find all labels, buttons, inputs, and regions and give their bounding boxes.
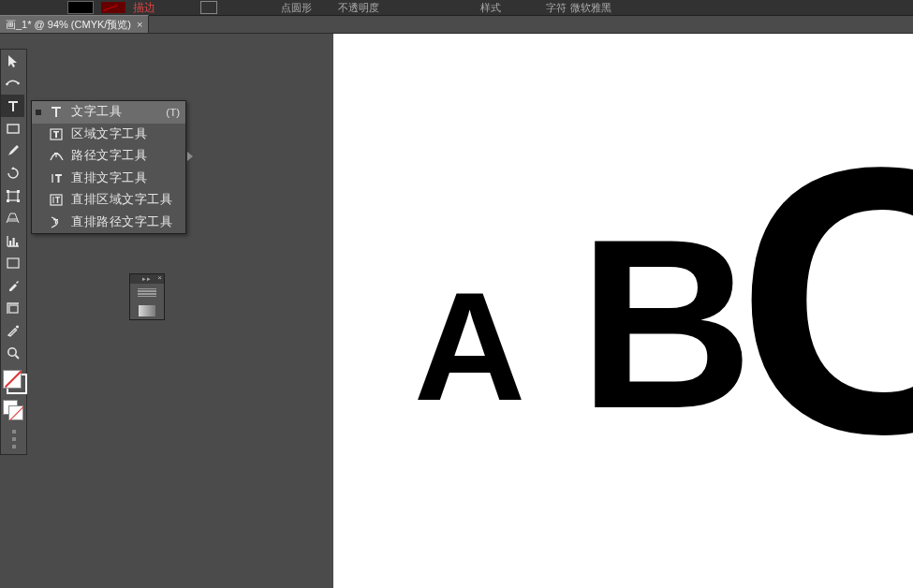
svg-point-14 [7,348,15,356]
vertical-type-icon [49,172,64,184]
svg-rect-2 [7,125,19,133]
rotate-tool[interactable] [1,162,24,184]
opacity-seg[interactable]: 不透明度 [338,1,379,15]
svg-rect-11 [7,258,19,268]
opacity-label: 不透明度 [338,1,379,15]
color-swap-mini[interactable] [1,400,24,424]
svg-rect-7 [17,199,20,202]
svg-rect-6 [7,199,9,202]
svg-rect-4 [7,190,9,193]
svg-point-1 [17,81,20,84]
style-label: 样式 [480,1,501,15]
menu-item-vertical-type-tool[interactable]: 直排文字工具 [32,168,185,190]
svg-rect-9 [12,238,14,246]
gradient-icon [139,305,155,316]
menu-item-vertical-area-type-tool[interactable]: 直排区域文字工具 [32,189,185,212]
path-type-icon [49,150,64,162]
close-icon[interactable]: × [157,273,162,282]
font-label: 字符 [546,1,567,15]
eyedropper-tool[interactable] [1,274,24,297]
font-value: 微软雅黑 [570,1,611,15]
fill-swatch[interactable] [67,1,94,14]
screen-mode-toggle[interactable] [1,430,26,448]
style-seg[interactable]: 样式 [480,1,501,15]
artboard-tool[interactable] [1,297,24,319]
rectangle-tool[interactable] [1,117,24,140]
svg-rect-12 [9,305,18,313]
document-tab-title: 画_1* @ 94% (CMYK/预览) [6,18,131,32]
type-icon [49,106,64,118]
selected-indicator-icon [36,110,41,115]
selection-tool[interactable] [1,50,24,72]
perspective-grid-tool[interactable] [1,207,24,229]
area-type-icon [49,128,64,140]
point-shape-label: 点圆形 [281,1,312,15]
menu-item-label: 文字工具 [71,104,158,120]
menu-item-label: 直排区域文字工具 [71,192,180,208]
svg-rect-18 [51,195,62,205]
menu-item-type-tool[interactable]: 文字工具 (T) [32,101,185,124]
menu-item-label: 直排文字工具 [71,170,180,186]
stroke-swatch[interactable] [101,2,125,13]
menu-item-area-type-tool[interactable]: 区域文字工具 [32,124,185,146]
zoom-tool[interactable] [1,342,24,364]
tab-strip: ◂◂ × 画_1* @ 94% (CMYK/预览) × [0,16,913,34]
canvas-text-a[interactable]: A [414,270,525,424]
svg-point-13 [15,325,18,328]
svg-rect-8 [9,241,11,246]
svg-rect-10 [16,243,18,246]
vertical-path-type-icon [49,216,64,228]
free-transform-tool[interactable] [1,184,24,207]
options-bar: 描边 点圆形 不透明度 样式 字符 微软雅黑 [0,0,913,16]
graph-tool[interactable] [1,229,24,252]
svg-rect-3 [8,192,18,200]
vertical-area-type-icon [49,194,64,206]
canvas-text-b[interactable]: B [579,203,753,445]
point-shape-seg[interactable]: 点圆形 [281,1,312,15]
stroke-label: 描边 [133,0,155,16]
fill-stroke-swatch[interactable] [1,368,24,396]
tools-panel [0,49,27,455]
font-seg[interactable]: 字符 微软雅黑 [546,1,611,15]
document-tab[interactable]: 画_1* @ 94% (CMYK/预览) × [0,15,149,33]
menu-item-label: 路径文字工具 [71,148,180,164]
svg-rect-5 [17,190,20,193]
panel-item-gradient[interactable] [130,301,164,319]
paragraph-icon [138,288,156,298]
floating-panel[interactable]: ▸▸ × [129,273,165,320]
svg-point-0 [6,82,8,85]
brush-seg [200,1,217,14]
collapse-icon[interactable]: ▸▸ [142,275,152,283]
canvas[interactable]: A B C [333,34,913,588]
menu-item-vertical-path-type-tool[interactable]: 直排路径文字工具 [32,212,185,234]
eyedropper2-tool[interactable] [1,319,24,342]
submenu-arrow-icon [187,152,193,161]
svg-line-15 [15,356,19,360]
paintbrush-tool[interactable] [1,140,24,162]
panel-item-paragraph[interactable] [130,284,164,301]
stroke-seg: 描边 [133,0,155,16]
menu-item-path-type-tool[interactable]: 路径文字工具 [32,145,185,168]
close-icon[interactable]: × [137,19,142,30]
type-tool[interactable] [1,95,24,117]
menu-item-label: 直排路径文字工具 [71,214,180,230]
brush-icon [200,1,217,14]
floating-panel-header[interactable]: ▸▸ × [130,274,164,284]
direct-selection-tool[interactable] [1,72,24,95]
symbol-sprayer-tool[interactable] [1,252,24,274]
canvas-text-c[interactable]: C [736,110,913,490]
menu-item-shortcut: (T) [166,107,180,118]
type-tool-flyout[interactable]: 文字工具 (T) 区域文字工具 路径文字工具 直排文字工具 直排区域文字工具 [31,100,186,234]
menu-item-label: 区域文字工具 [71,126,180,142]
